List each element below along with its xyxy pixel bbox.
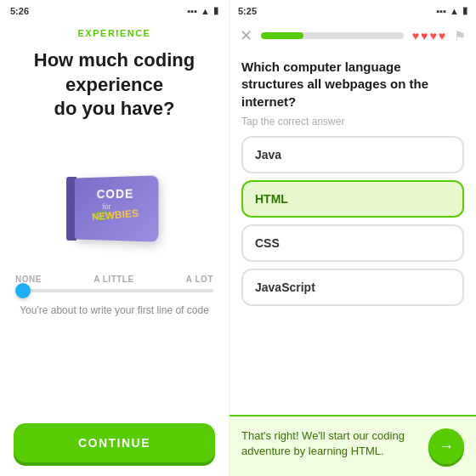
- progress-bar: [261, 32, 404, 39]
- heart-1: ♥: [412, 29, 419, 42]
- tap-hint: Tap the correct answer: [230, 114, 476, 136]
- status-bar-left: 5:26 ▪▪▪ ▲ ▮: [0, 0, 229, 21]
- feedback-text: That's right! We'll start our coding adv…: [241, 428, 420, 459]
- answer-options: Java HTML CSS JavaScript: [230, 136, 476, 306]
- main-question-line1: How much coding experience: [34, 49, 195, 95]
- book-illustration: </> CODE for NEWBIES: [60, 147, 170, 249]
- progress-fill: [261, 32, 303, 39]
- close-button[interactable]: ✕: [240, 26, 252, 45]
- slider-label-lot: A LOT: [186, 275, 213, 284]
- heart-2: ♥: [421, 29, 428, 42]
- wifi-icon-right: ▲: [450, 6, 459, 16]
- hearts-container: ♥ ♥ ♥ ♥: [412, 29, 445, 42]
- book-body: </> CODE for NEWBIES: [74, 175, 158, 241]
- quiz-question: Which computer language structures all w…: [230, 50, 476, 114]
- answer-java[interactable]: Java: [241, 136, 464, 173]
- slider-track[interactable]: [15, 289, 213, 292]
- feedback-section: That's right! We'll start our coding adv…: [230, 415, 476, 476]
- status-icons-left: ▪▪▪ ▲ ▮: [187, 5, 218, 16]
- battery-icon: ▮: [213, 5, 218, 16]
- status-time-right: 5:25: [238, 6, 257, 16]
- battery-icon-right: ▮: [462, 5, 468, 16]
- status-icons-right: ▪▪▪ ▲ ▮: [436, 5, 468, 16]
- next-arrow-icon: →: [439, 438, 454, 456]
- section-label: EXPERIENCE: [78, 28, 151, 38]
- main-question-line2: do you have?: [54, 98, 175, 119]
- slider-labels: NONE A LITTLE A LOT: [15, 275, 213, 284]
- flag-icon[interactable]: ⚑: [454, 28, 466, 44]
- answer-html[interactable]: HTML: [241, 180, 464, 218]
- slider-thumb[interactable]: [15, 283, 31, 298]
- heart-4: ♥: [439, 29, 445, 42]
- slider-section: NONE A LITTLE A LOT You're about to writ…: [0, 275, 229, 316]
- wifi-icon: ▲: [201, 6, 210, 16]
- book-text-code: CODE: [96, 186, 133, 201]
- status-bar-right: 5:25 ▪▪▪ ▲ ▮: [230, 0, 476, 21]
- signal-icon: ▪▪▪: [187, 6, 197, 16]
- slider-label-little: A LITTLE: [94, 275, 134, 284]
- right-panel: 5:25 ▪▪▪ ▲ ▮ ✕ ♥ ♥ ♥ ♥ ⚑ Which computer …: [230, 0, 476, 476]
- left-panel: 5:26 ▪▪▪ ▲ ▮ EXPERIENCE How much coding …: [0, 0, 230, 476]
- next-button[interactable]: →: [428, 428, 464, 464]
- answer-javascript[interactable]: JavaScript: [241, 269, 464, 306]
- status-time-left: 5:26: [10, 6, 29, 16]
- slider-label-none: NONE: [15, 275, 42, 284]
- continue-button[interactable]: CONTINUE: [14, 423, 215, 462]
- quiz-header: ✕ ♥ ♥ ♥ ♥ ⚑: [230, 21, 476, 50]
- main-question: How much coding experience do you have?: [0, 48, 229, 122]
- heart-3: ♥: [429, 29, 436, 42]
- slider-description: You're about to write your first line of…: [15, 304, 213, 316]
- answer-css[interactable]: CSS: [241, 224, 464, 262]
- signal-icon-right: ▪▪▪: [436, 6, 446, 16]
